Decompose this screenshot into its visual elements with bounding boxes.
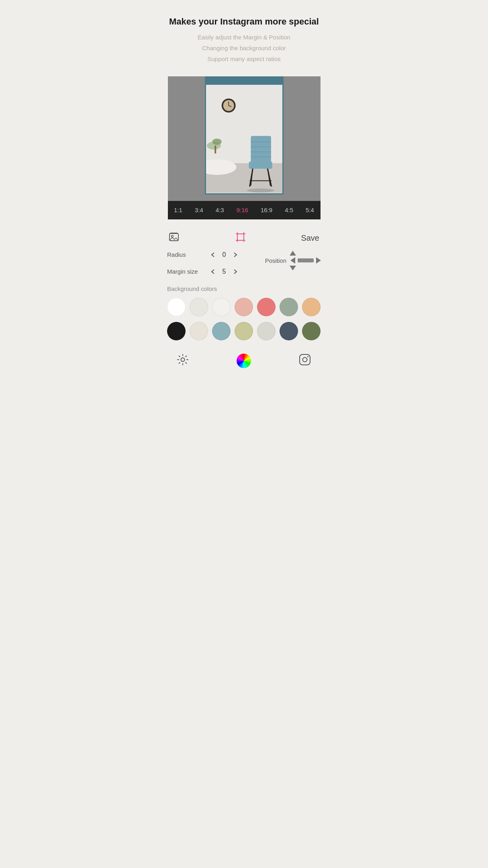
svg-point-38 <box>307 356 308 357</box>
color-swatch-off-white[interactable] <box>212 298 231 316</box>
radius-increase-button[interactable] <box>230 249 241 260</box>
aspect-1-1[interactable]: 1:1 <box>171 204 186 216</box>
photo-frame <box>205 84 284 194</box>
instagram-share-icon[interactable] <box>298 353 311 369</box>
margin-label: Margin size <box>167 268 207 275</box>
aspect-16-9[interactable]: 16:9 <box>257 204 276 216</box>
color-swatch-peach[interactable] <box>302 298 321 316</box>
color-swatch-light-gray[interactable] <box>190 298 208 316</box>
left-controls: Radius 0 Margin size 5 <box>167 249 265 283</box>
svg-point-7 <box>212 139 221 145</box>
radius-value: 0 <box>218 251 230 258</box>
svg-point-37 <box>303 357 307 362</box>
aspect-ratio-bar: 1:1 3:4 4:3 9:16 16:9 4:5 5:4 <box>168 201 321 219</box>
colors-row-1 <box>167 298 321 316</box>
color-swatch-white[interactable] <box>167 298 186 316</box>
position-controls: Position <box>265 249 321 270</box>
header-subtitle: Easily adjust the Margin & Position Chan… <box>169 32 319 64</box>
position-right-button[interactable] <box>316 257 321 264</box>
controls-container: Radius 0 Margin size 5 <box>167 249 321 283</box>
margin-increase-button[interactable] <box>230 266 241 277</box>
settings-icon[interactable] <box>177 354 189 368</box>
colors-row-2 <box>167 322 321 340</box>
radius-label: Radius <box>167 251 207 258</box>
image-preview-container: 1:1 3:4 4:3 9:16 16:9 4:5 5:4 <box>168 76 321 219</box>
svg-rect-8 <box>214 145 216 153</box>
header: Makes your Instagram more special Easily… <box>161 16 327 76</box>
bottom-toolbar <box>161 346 327 373</box>
save-button[interactable]: Save <box>301 233 319 243</box>
background-colors-label: Background colors <box>167 285 321 292</box>
aspect-9-16[interactable]: 9:16 <box>233 204 251 216</box>
radius-decrease-button[interactable] <box>207 249 218 260</box>
margin-decrease-button[interactable] <box>207 266 218 277</box>
background-colors-section: Background colors <box>167 285 321 340</box>
svg-rect-16 <box>249 162 272 168</box>
color-swatch-khaki[interactable] <box>235 322 253 340</box>
position-indicator <box>298 258 314 262</box>
svg-rect-26 <box>237 234 244 240</box>
aspect-4-3[interactable]: 4:3 <box>212 204 227 216</box>
aspect-5-4[interactable]: 5:4 <box>302 204 317 216</box>
color-swatch-black[interactable] <box>167 322 186 340</box>
svg-point-35 <box>181 358 185 361</box>
color-swatch-steel-blue[interactable] <box>212 322 231 340</box>
svg-rect-36 <box>300 354 310 365</box>
svg-rect-10 <box>208 166 226 169</box>
position-middle-row: Position <box>265 257 321 264</box>
color-swatch-silver[interactable] <box>257 322 276 340</box>
position-left-button[interactable] <box>290 257 295 264</box>
svg-point-25 <box>172 235 174 237</box>
color-swatch-sage[interactable] <box>280 298 298 316</box>
margin-value: 5 <box>218 268 230 275</box>
svg-point-22 <box>247 188 274 192</box>
toolbar-row: Save <box>167 226 321 249</box>
radius-row: Radius 0 <box>167 249 265 260</box>
image-wrapper <box>168 76 321 201</box>
svg-rect-11 <box>251 136 271 163</box>
margin-row: Margin size 5 <box>167 266 265 277</box>
position-up-button[interactable] <box>290 251 296 256</box>
color-wheel-button[interactable] <box>237 354 251 368</box>
aspect-3-4[interactable]: 3:4 <box>192 204 206 216</box>
color-swatch-coral[interactable] <box>257 298 276 316</box>
gallery-icon[interactable] <box>169 231 180 245</box>
color-swatch-cream[interactable] <box>190 322 208 340</box>
svg-rect-24 <box>170 233 178 233</box>
color-swatch-blush[interactable] <box>235 298 253 316</box>
position-down-button[interactable] <box>290 266 296 270</box>
color-swatch-olive[interactable] <box>302 322 321 340</box>
header-title: Makes your Instagram more special <box>169 16 319 28</box>
svg-rect-23 <box>169 233 178 241</box>
aspect-4-5[interactable]: 4:5 <box>282 204 296 216</box>
controls-section: Save Radius 0 Margin size 5 <box>161 226 327 340</box>
crop-icon[interactable] <box>235 231 246 245</box>
position-label: Position <box>265 257 286 264</box>
color-swatch-slate[interactable] <box>280 322 298 340</box>
